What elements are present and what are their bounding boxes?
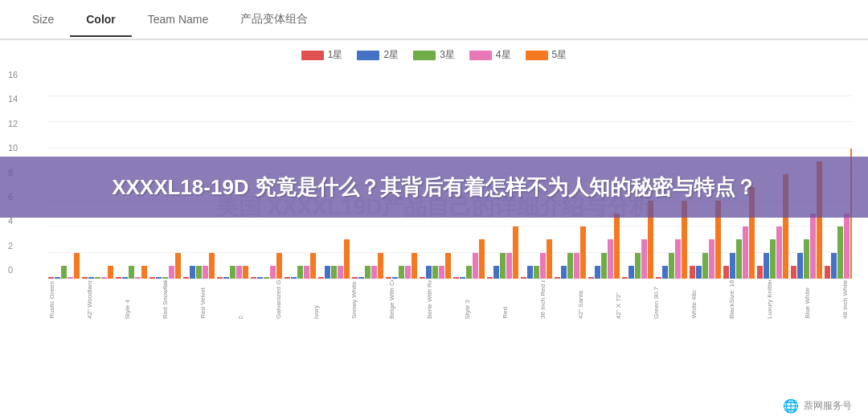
bar-group (183, 253, 215, 279)
bar-group (82, 266, 113, 279)
tabs-bar: Size Color Team Name 产品变体组合 (0, 0, 868, 40)
bar (669, 253, 674, 279)
bar (466, 266, 472, 279)
bar (445, 253, 451, 279)
bar (209, 253, 215, 279)
bar (432, 266, 438, 279)
service-label: 萘网服务号 (804, 399, 852, 413)
bar (601, 253, 607, 279)
bar-group (285, 253, 316, 279)
legend-label-star2: 2星 (383, 48, 399, 62)
legend-label-star1: 1星 (328, 48, 343, 62)
bar (365, 266, 371, 279)
bar (196, 266, 202, 279)
tab-size[interactable]: Size (16, 3, 70, 37)
bar (426, 266, 432, 279)
bar-group (116, 266, 147, 279)
bar (506, 253, 512, 279)
bar (574, 253, 579, 279)
bar (473, 253, 478, 279)
overlay-panel: XXXXL18-19D 究竟是什么？其背后有着怎样不为人知的秘密与特点？ (0, 157, 868, 218)
tab-color[interactable]: Color (70, 3, 132, 37)
bar-group (352, 253, 383, 279)
bar (804, 239, 809, 279)
bar-group (149, 253, 181, 279)
bar (74, 253, 80, 279)
bar (190, 266, 195, 279)
legend-label-star4: 4星 (496, 48, 511, 62)
x-axis-label: 0 (237, 316, 272, 319)
bar (203, 266, 208, 279)
legend-star2: 2星 (357, 48, 399, 62)
bar (108, 266, 113, 279)
bar (175, 253, 181, 279)
x-axis-label: Green 30.7 (653, 287, 688, 319)
bar (304, 266, 309, 279)
bar (399, 266, 404, 279)
bar (702, 253, 708, 279)
y-axis-label: 12 (8, 119, 18, 128)
x-axis-label: Red Snowflake (162, 280, 197, 319)
bar-group (217, 266, 248, 279)
legend-star5: 5星 (526, 48, 567, 62)
y-axis-label: 16 (8, 70, 18, 80)
bar (270, 266, 276, 279)
bar (547, 239, 552, 279)
y-axis-label: 0 (8, 265, 18, 275)
bar (61, 266, 67, 279)
y-axis-label: 10 (8, 143, 18, 153)
x-axis-label: White 48c (690, 290, 726, 319)
overlay-title: XXXXL18-19D 究竟是什么？其背后有着怎样不为人知的秘密与特点？ (32, 173, 836, 202)
bar (500, 253, 506, 279)
x-axis-label: Red (502, 307, 537, 319)
legend-bar: 1星 2星 3星 4星 5星 (0, 40, 868, 70)
bar (567, 253, 573, 279)
x-axis-label: 48 Inch White Faux Fur Tree Skirt (841, 280, 852, 319)
bar (837, 226, 843, 279)
x-axis-label: Snowy White Red and Black Plaid Stocking (350, 280, 386, 319)
bar (797, 253, 803, 279)
legend-label-star3: 3星 (440, 48, 455, 62)
legend-swatch-star4 (469, 51, 492, 60)
x-axis-label: Beige With Coffee Edge (388, 280, 424, 319)
bar (709, 239, 714, 279)
service-badge: 🌐 萘网服务号 (783, 398, 852, 414)
x-axis-label: Berle With Red Edge (426, 280, 461, 319)
bar (141, 266, 147, 279)
bar (831, 253, 837, 279)
bar (405, 266, 411, 279)
bar (825, 266, 830, 279)
x-axis-label: 42" Santa (577, 291, 612, 319)
legend-star1: 1星 (301, 48, 343, 62)
bar-group (386, 253, 417, 279)
bar (325, 266, 330, 279)
bar (736, 239, 742, 279)
legend-label-star5: 5星 (552, 48, 567, 62)
tab-product-variant[interactable]: 产品变体组合 (224, 2, 324, 38)
bar (723, 266, 729, 279)
tab-team-name[interactable]: Team Name (132, 3, 224, 37)
x-axis-label: Ivory (313, 305, 348, 319)
bar-group (318, 239, 350, 279)
bar (513, 226, 518, 279)
bar (378, 253, 383, 279)
bar-group (487, 226, 518, 279)
legend-swatch-star5 (526, 51, 548, 60)
bar (310, 253, 316, 279)
bar (338, 266, 343, 279)
bar (479, 239, 485, 279)
bar (595, 266, 600, 279)
legend-star3: 3星 (413, 48, 455, 62)
bar-group (555, 226, 586, 279)
legend-star4: 4星 (469, 48, 511, 62)
service-icon: 🌐 (783, 398, 799, 414)
bar (844, 214, 850, 279)
bar (344, 239, 350, 279)
bar (493, 266, 499, 279)
bar (230, 266, 235, 279)
bar (764, 253, 769, 279)
bar-group (251, 253, 282, 279)
bar (297, 266, 303, 279)
bar (675, 239, 681, 279)
bar (628, 266, 634, 279)
